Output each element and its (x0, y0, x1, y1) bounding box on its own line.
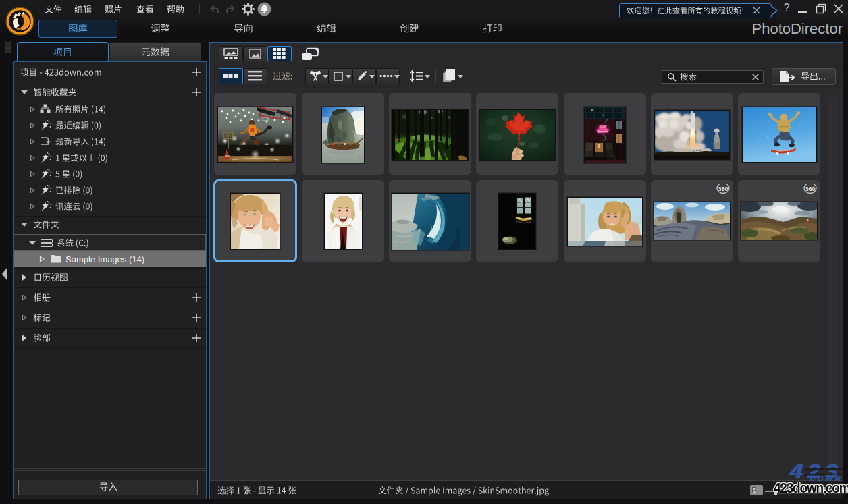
svg-text:360: 360 (805, 186, 815, 192)
svg-text:360: 360 (718, 186, 728, 192)
